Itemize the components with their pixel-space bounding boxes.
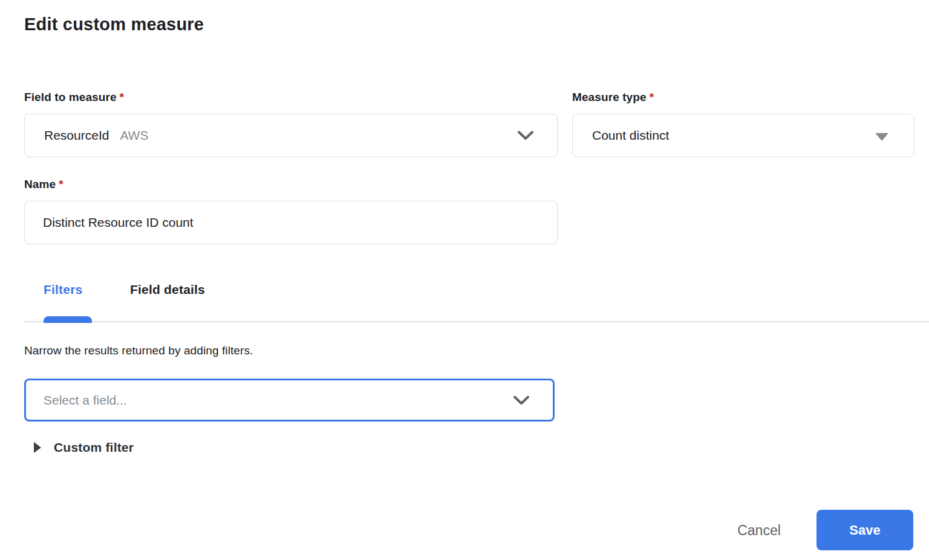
required-asterisk: * [59,178,64,190]
chevron-down-icon [513,396,530,405]
field-to-measure-source-tag: AWS [120,128,148,143]
field-to-measure-value: ResourceId [44,128,109,143]
required-asterisk: * [650,91,654,103]
chevron-down-icon [517,131,534,140]
filters-description: Narrow the results returned by adding fi… [24,344,253,357]
field-to-measure-label: Field to measure* [24,91,124,104]
tab-divider [24,321,929,322]
page-title: Edit custom measure [24,15,204,34]
triangle-down-icon [875,133,888,141]
required-asterisk: * [120,91,125,103]
filter-field-select[interactable]: Select a field... [24,379,555,422]
measure-type-label: Measure type* [572,91,654,104]
field-to-measure-select[interactable]: ResourceId AWS [24,114,558,157]
edit-custom-measure-panel: Edit custom measure Field to measure* Re… [0,0,929,560]
name-label: Name* [24,178,64,191]
disclosure-triangle-right-icon [34,442,41,453]
custom-filter-label: Custom filter [54,440,134,455]
active-tab-indicator [44,316,92,323]
measure-type-select[interactable]: Count distinct [572,114,914,157]
name-input[interactable] [24,201,558,244]
filter-field-placeholder: Select a field... [44,393,127,408]
tab-filters[interactable]: Filters [44,282,82,297]
cancel-button[interactable]: Cancel [717,515,801,545]
custom-filter-toggle[interactable]: Custom filter [24,438,139,457]
measure-type-value: Count distinct [592,128,669,143]
tab-field-details[interactable]: Field details [130,282,205,297]
save-button[interactable]: Save [817,510,913,550]
